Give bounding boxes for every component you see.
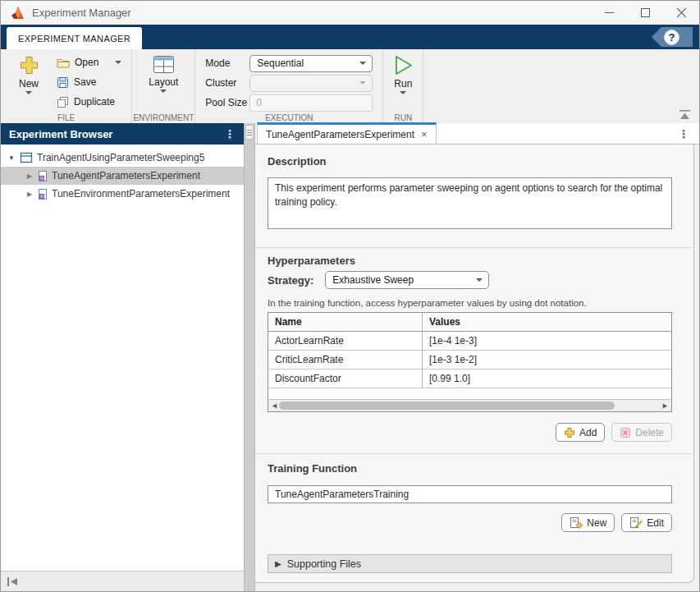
cell-name[interactable]: CriticLearnRate bbox=[268, 351, 423, 369]
pool-size-label: Pool Size bbox=[205, 97, 249, 108]
environment-section-label: ENVIRONMENT bbox=[132, 113, 194, 122]
add-plus-icon bbox=[564, 427, 575, 438]
help-button[interactable]: ? bbox=[652, 27, 693, 47]
experiment-browser-header: Experiment Browser ⋮ bbox=[1, 123, 244, 145]
table-empty-row bbox=[268, 388, 671, 399]
supporting-files-caret-icon[interactable]: ▶ bbox=[275, 559, 281, 568]
edit-pencil-icon bbox=[629, 516, 643, 529]
tree-item-project[interactable]: ▼ TrainAgentUsingParameterSweeping5 bbox=[1, 149, 244, 167]
hyperparameters-table: Name Values ActorLearnRate [1e-4 1e-3] C… bbox=[268, 312, 672, 412]
experiment-tree: ▼ TrainAgentUsingParameterSweeping5 ▶ bbox=[1, 145, 244, 571]
layout-label: Layout bbox=[149, 76, 178, 88]
delete-button: Delete bbox=[611, 423, 672, 442]
cell-values[interactable]: [1e-4 1e-3] bbox=[423, 332, 671, 350]
document-area: TuneAgentParametersExperiment × ⋮ Descri… bbox=[255, 123, 699, 591]
experiment-browser-title: Experiment Browser bbox=[9, 128, 112, 140]
new-function-label: New bbox=[587, 517, 606, 529]
mode-caret-icon bbox=[359, 62, 366, 65]
tree-item-label: TrainAgentUsingParameterSweeping5 bbox=[37, 152, 204, 163]
edit-function-label: Edit bbox=[647, 517, 664, 529]
description-input[interactable]: This experiment performs parameter sweep… bbox=[268, 177, 672, 229]
run-button[interactable]: Run bbox=[387, 53, 419, 112]
ribbon-tab-bar: EXPERIMENT MANAGER ? bbox=[1, 25, 699, 49]
tab-tune-agent-parameters-experiment[interactable]: TuneAgentParametersExperiment × bbox=[257, 122, 437, 144]
expand-caret-icon[interactable]: ▼ bbox=[7, 154, 16, 162]
layout-dropdown-icon bbox=[160, 89, 167, 93]
close-button[interactable] bbox=[663, 1, 699, 25]
table-header-name: Name bbox=[268, 313, 423, 331]
scroll-left-icon[interactable]: ◄ bbox=[271, 402, 278, 410]
window-title: Experiment Manager bbox=[32, 7, 131, 19]
hyperparameters-heading: Hyperparameters bbox=[268, 255, 672, 267]
document-tab-label: TuneAgentParametersExperiment bbox=[266, 129, 414, 140]
pool-size-value: 0 bbox=[256, 97, 262, 108]
minimize-button[interactable] bbox=[591, 1, 627, 25]
mode-value: Sequential bbox=[257, 57, 304, 69]
mode-label: Mode bbox=[205, 57, 249, 69]
tab-experiment-manager[interactable]: EXPERIMENT MANAGER bbox=[7, 27, 142, 49]
table-header-values: Values bbox=[423, 313, 671, 331]
save-button[interactable]: Save bbox=[53, 72, 125, 92]
new-function-button[interactable]: New bbox=[561, 513, 615, 532]
tree-item-experiment-selected[interactable]: ▶ TuneAgentParametersExperiment bbox=[1, 167, 244, 185]
new-button[interactable]: New bbox=[7, 53, 50, 112]
collapse-toolstrip-button[interactable] bbox=[679, 109, 691, 120]
open-button[interactable]: Open bbox=[53, 53, 125, 72]
toolstrip: New Open bbox=[1, 49, 699, 123]
cell-name[interactable]: ActorLearnRate bbox=[268, 332, 423, 350]
section-run: Run RUN bbox=[383, 49, 423, 123]
collapse-caret-icon[interactable]: ▶ bbox=[25, 190, 34, 198]
maximize-button[interactable] bbox=[627, 1, 663, 25]
new-dropdown-icon bbox=[25, 91, 32, 94]
document-menu-icon[interactable]: ⋮ bbox=[678, 128, 689, 140]
splitter-grip-icon[interactable] bbox=[245, 125, 254, 140]
training-function-input[interactable]: TuneAgentParametersTraining bbox=[268, 485, 672, 503]
table-row[interactable]: CriticLearnRate [1e-3 1e-2] bbox=[268, 351, 671, 369]
cell-name[interactable]: DiscountFactor bbox=[268, 369, 423, 388]
add-label: Add bbox=[579, 427, 597, 438]
scroll-right-icon[interactable]: ► bbox=[661, 402, 669, 410]
supporting-files-label: Supporting Files bbox=[287, 558, 361, 570]
add-button[interactable]: Add bbox=[556, 423, 605, 442]
mode-dropdown[interactable]: Sequential bbox=[249, 55, 373, 72]
duplicate-label: Duplicate bbox=[74, 96, 115, 108]
app-window: Experiment Manager EXPERIMENT MANAGER ? bbox=[0, 0, 700, 592]
table-row[interactable]: DiscountFactor [0.99 1.0] bbox=[268, 369, 671, 388]
layout-button[interactable]: Layout bbox=[142, 53, 185, 112]
cell-values[interactable]: [0.99 1.0] bbox=[423, 369, 671, 388]
run-section-label: RUN bbox=[383, 113, 423, 122]
pool-size-field: 0 bbox=[249, 94, 373, 112]
delete-label: Delete bbox=[635, 427, 664, 438]
cluster-caret-icon bbox=[359, 81, 366, 85]
table-horizontal-scrollbar[interactable]: ◄ ► bbox=[268, 399, 671, 411]
open-dropdown-icon bbox=[115, 61, 121, 64]
edit-function-button[interactable]: Edit bbox=[621, 513, 672, 532]
panel-splitter[interactable] bbox=[244, 123, 255, 591]
cluster-label: Cluster bbox=[205, 77, 249, 89]
run-icon bbox=[392, 54, 414, 76]
new-plus-icon bbox=[18, 54, 40, 76]
table-row[interactable]: ActorLearnRate [1e-4 1e-3] bbox=[268, 332, 671, 351]
layout-icon bbox=[153, 54, 175, 75]
delete-x-icon bbox=[620, 427, 631, 438]
tree-item-label: TuneEnvironmentParametersExperiment bbox=[52, 188, 230, 200]
scrollbar-thumb[interactable] bbox=[279, 402, 615, 410]
browser-bottom-bar bbox=[1, 571, 244, 591]
matlab-logo-icon bbox=[11, 7, 25, 20]
strategy-label: Strategy: bbox=[268, 274, 313, 287]
section-environment: Layout ENVIRONMENT bbox=[132, 49, 195, 123]
file-section-label: FILE bbox=[1, 113, 131, 122]
collapse-caret-icon[interactable]: ▶ bbox=[25, 172, 34, 180]
collapse-panel-icon[interactable] bbox=[6, 576, 19, 587]
close-tab-icon[interactable]: × bbox=[421, 129, 428, 140]
supporting-files-section[interactable]: ▶ Supporting Files bbox=[268, 554, 672, 573]
experiment-browser-panel: Experiment Browser ⋮ ▼ TrainAgentUsingPa… bbox=[1, 123, 244, 591]
tree-item-label: TuneAgentParametersExperiment bbox=[52, 170, 200, 181]
cell-values[interactable]: [1e-3 1e-2] bbox=[423, 351, 671, 369]
section-execution: Mode Sequential Cluster Pool Size bbox=[195, 49, 383, 123]
save-floppy-icon bbox=[57, 76, 69, 89]
tree-item-experiment[interactable]: ▶ TuneEnvironmentParametersExperiment bbox=[1, 185, 244, 203]
duplicate-button[interactable]: Duplicate bbox=[53, 92, 125, 112]
browser-menu-icon[interactable]: ⋮ bbox=[224, 128, 236, 140]
strategy-dropdown[interactable]: Exhaustive Sweep bbox=[325, 271, 489, 289]
